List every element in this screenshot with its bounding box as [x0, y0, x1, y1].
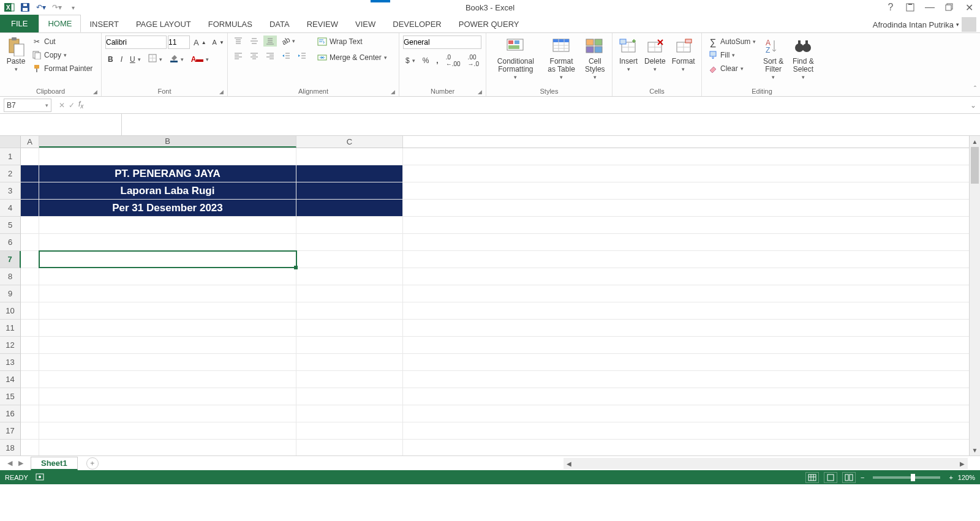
row-header[interactable]: 7 [0, 251, 21, 268]
macro-record-icon[interactable] [36, 473, 44, 482]
row-header[interactable]: 5 [0, 217, 21, 234]
redo-icon[interactable]: ↷▾ [51, 2, 62, 13]
row-header[interactable]: 16 [0, 405, 21, 422]
cell-b7-selected[interactable] [39, 251, 296, 268]
row-header[interactable]: 11 [0, 320, 21, 337]
zoom-slider[interactable] [873, 476, 940, 479]
decrease-font-button[interactable]: A▼ [210, 37, 227, 47]
decrease-decimal-button[interactable]: .00→.0 [466, 53, 481, 69]
format-as-table-button[interactable]: Format as Table [543, 36, 581, 82]
tab-view[interactable]: VIEW [347, 16, 384, 32]
underline-button[interactable]: U [127, 54, 143, 65]
col-header[interactable]: A [21, 136, 39, 148]
italic-button[interactable]: I [118, 54, 125, 65]
qat-customize-icon[interactable]: ▾ [67, 2, 78, 13]
zoom-out-button[interactable]: − [861, 474, 864, 481]
cut-button[interactable]: ✂Cut [29, 36, 95, 48]
row-header[interactable]: 15 [0, 388, 21, 405]
row-header[interactable]: 4 [0, 200, 21, 217]
row-header[interactable]: 6 [0, 234, 21, 251]
restore-icon[interactable] [943, 1, 956, 13]
align-middle-button[interactable] [247, 36, 261, 47]
dialog-launcher-icon[interactable]: ◢ [391, 89, 395, 95]
conditional-formatting-button[interactable]: Conditional Formatting [490, 36, 541, 82]
sheet-nav-next-icon[interactable]: ▶ [18, 459, 23, 467]
row-header[interactable]: 3 [0, 182, 21, 200]
zoom-in-button[interactable]: + [949, 474, 952, 481]
save-icon[interactable] [20, 2, 31, 13]
help-icon[interactable]: ? [884, 1, 897, 13]
cell-styles-button[interactable]: Cell Styles [581, 36, 608, 82]
row-header[interactable]: 2 [0, 165, 21, 182]
sheet-nav-prev-icon[interactable]: ◀ [7, 459, 12, 467]
row-header[interactable]: 8 [0, 268, 21, 285]
increase-decimal-button[interactable]: .0←.00 [443, 53, 463, 69]
paste-button[interactable]: Paste [4, 36, 28, 74]
insert-cells-button[interactable]: Insert [616, 36, 641, 74]
formula-input[interactable] [86, 99, 967, 112]
increase-font-button[interactable]: A▲ [191, 37, 209, 48]
col-header[interactable]: C [296, 136, 403, 148]
tab-home[interactable]: HOME [39, 15, 81, 32]
tab-power-query[interactable]: POWER QUERY [450, 16, 528, 32]
view-normal-button[interactable] [805, 472, 819, 483]
vertical-scrollbar[interactable]: ▲ ▼ [969, 136, 980, 455]
accounting-format-button[interactable]: $ [403, 53, 418, 69]
borders-button[interactable] [146, 53, 165, 66]
scroll-left-icon[interactable]: ◀ [564, 460, 575, 467]
cell-b2[interactable]: PT. PENERANG JAYA [39, 165, 296, 182]
sort-filter-button[interactable]: AZSort & Filter [760, 36, 787, 82]
bold-button[interactable]: B [105, 54, 116, 65]
align-right-button[interactable] [263, 50, 277, 61]
row-header[interactable]: 17 [0, 422, 21, 440]
align-top-button[interactable] [232, 36, 245, 47]
cell-b3[interactable]: Laporan Laba Rugi [39, 182, 296, 199]
clear-button[interactable]: Clear [706, 62, 758, 75]
percent-button[interactable]: % [420, 53, 432, 69]
orientation-button[interactable]: ab [279, 36, 298, 47]
align-bottom-button[interactable] [263, 36, 277, 47]
row-header[interactable]: 18 [0, 440, 21, 457]
new-sheet-button[interactable]: + [86, 457, 99, 470]
name-box[interactable]: B7▾ [4, 99, 51, 112]
select-all-corner[interactable] [0, 136, 21, 148]
row-header[interactable]: 14 [0, 371, 21, 388]
sheet-tab-active[interactable]: Sheet1 [31, 457, 78, 470]
font-color-button[interactable]: A [189, 54, 212, 65]
delete-cells-button[interactable]: Delete [642, 36, 668, 74]
merge-center-button[interactable]: Merge & Center [315, 51, 390, 64]
scroll-right-icon[interactable]: ▶ [957, 460, 968, 467]
view-page-break-button[interactable] [842, 472, 856, 483]
enter-formula-icon[interactable]: ✓ [69, 101, 75, 110]
row-header[interactable]: 12 [0, 337, 21, 354]
tab-file[interactable]: FILE [0, 15, 39, 32]
wrap-text-button[interactable]: Wrap Text [315, 36, 390, 48]
increase-indent-button[interactable] [295, 50, 309, 61]
font-name-combo[interactable] [105, 36, 167, 49]
close-icon[interactable]: ✕ [963, 1, 975, 13]
format-cells-button[interactable]: Format [669, 36, 698, 74]
decrease-indent-button[interactable] [279, 50, 293, 61]
font-size-combo[interactable] [168, 36, 190, 49]
fill-button[interactable]: Fill [706, 49, 758, 61]
find-select-button[interactable]: Find & Select [788, 36, 818, 82]
scroll-down-icon[interactable]: ▼ [970, 444, 980, 455]
dialog-launcher-icon[interactable]: ◢ [478, 89, 482, 95]
row-header[interactable]: 1 [0, 148, 21, 165]
collapse-ribbon-icon[interactable]: ˆ [974, 85, 976, 94]
scroll-up-icon[interactable]: ▲ [970, 136, 980, 147]
expand-formula-bar-icon[interactable]: ⌄ [967, 101, 980, 110]
undo-icon[interactable]: ↶▾ [36, 2, 47, 13]
scroll-thumb[interactable] [971, 147, 979, 184]
align-left-button[interactable] [232, 50, 245, 61]
dialog-launcher-icon[interactable]: ◢ [93, 89, 97, 95]
user-account[interactable]: Afrodinda Intan Putrika ▾ [873, 17, 976, 32]
minimize-icon[interactable]: — [924, 1, 936, 13]
tab-review[interactable]: REVIEW [298, 16, 347, 32]
tab-data[interactable]: DATA [261, 16, 298, 32]
autosum-button[interactable]: ∑AutoSum [706, 36, 758, 48]
align-center-button[interactable] [247, 50, 261, 61]
format-painter-button[interactable]: Format Painter [29, 62, 95, 75]
horizontal-scrollbar[interactable]: ◀ ▶ [564, 458, 968, 469]
fx-icon[interactable]: fx [78, 100, 83, 110]
